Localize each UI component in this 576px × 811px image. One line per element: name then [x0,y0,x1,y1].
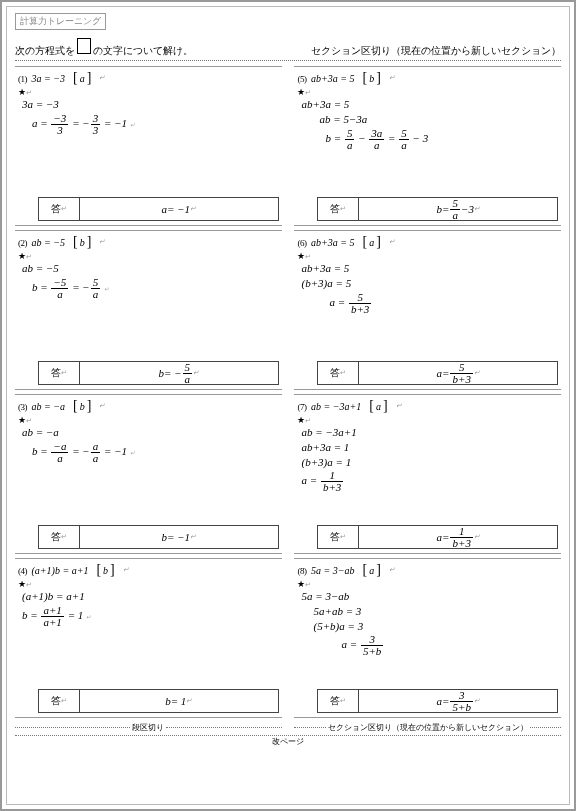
problem-card: (5) ab+3a = 5 [b]↵ ★↵ ab+3a = 5 ab = 5−3… [294,66,561,226]
answer-label: 答↵ [38,197,80,221]
column-divider [288,64,289,733]
q-equation: 3a = −3 [32,73,66,84]
solve-for: [a] [73,70,91,86]
answer-row: 答↵ a = −1↵ [18,197,279,221]
instruction-post: の文字について解け。 [93,44,193,58]
problem-card: (4) (a+1)b = a+1 [b]↵ ★↵ (a+1)b = a+1 b … [15,558,282,718]
section-break-marker: セクション区切り（現在の位置から新しいセクション） [294,722,561,733]
columns: (1) 3a = −3 [a]↵ ★↵ 3a = −3 a = −33 = −3… [15,64,561,733]
blank-bracket [77,38,91,54]
problem-card: (3) ab = −a [b]↵ ★↵ ab = −a b = −aa = −a… [15,394,282,554]
problem-card: (6) ab+3a = 5 [a]↵ ★↵ ab+3a = 5 (b+3)a =… [294,230,561,390]
problem-card: (1) 3a = −3 [a]↵ ★↵ 3a = −3 a = −33 = −3… [15,66,282,226]
question-row: (1) 3a = −3 [a]↵ [18,69,279,87]
column-left: (1) 3a = −3 [a]↵ ★↵ 3a = −3 a = −33 = −3… [15,64,282,733]
page-break-marker: 改ページ [15,735,561,747]
problem-card: (7) ab = −3a+1 [a]↵ ★↵ ab = −3a+1 ab+3a … [294,394,561,554]
problem-card: (2) ab = −5 [b]↵ ★↵ ab = −5 b = −5a = −5… [15,230,282,390]
return-icon: ↵ [99,74,105,82]
q-number: (1) [18,74,27,84]
doc-tag: 計算力トレーニング [15,13,106,30]
column-right: (5) ab+3a = 5 [b]↵ ★↵ ab+3a = 5 ab = 5−3… [294,64,561,733]
column-break-marker: 段区切り [15,722,282,733]
page: 計算力トレーニング 次の方程式を の文字について解け。 セクション区切り（現在の… [6,6,570,805]
dotted-rule [15,60,561,62]
answer-value: a = −1↵ [80,197,279,221]
instruction-row: 次の方程式を の文字について解け。 セクション区切り（現在の位置から新しいセクシ… [15,38,561,58]
instruction-pre: 次の方程式を [15,44,75,58]
window-frame: 計算力トレーニング 次の方程式を の文字について解け。 セクション区切り（現在の… [0,0,576,811]
star-mark: ★↵ [18,87,279,97]
problem-card: (8) 5a = 3−ab [a]↵ ★↵ 5a = 3−ab 5a+ab = … [294,558,561,718]
working: 3a = −3 a = −33 = −33 = −1↵ [18,98,279,136]
section-header: セクション区切り（現在の位置から新しいセクション） [311,44,561,58]
